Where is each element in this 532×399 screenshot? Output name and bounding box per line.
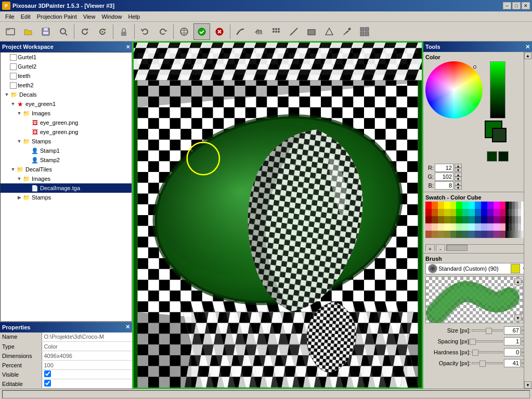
brush-hardness-input[interactable] [504, 348, 521, 356]
expand-stamps2[interactable]: ▶ [16, 195, 22, 200]
grid-button[interactable] [356, 23, 373, 40]
pattern-button[interactable] [268, 23, 284, 40]
rgb-g-down[interactable]: ▼ [455, 177, 462, 181]
menu-edit[interactable]: Edit [18, 12, 34, 21]
brush-opacity-slider[interactable] [472, 362, 503, 364]
tree-item-teeth2[interactable]: teeth2 [1, 81, 132, 90]
check-gurtel1[interactable] [10, 54, 17, 61]
expand-decaltiles[interactable]: ▼ [10, 167, 16, 172]
brush-spacing-thumb[interactable] [470, 339, 476, 345]
check-teeth2[interactable] [10, 82, 17, 89]
menu-file[interactable]: File [2, 12, 18, 21]
tree-item-images1[interactable]: ▼ 📁 Images [1, 109, 132, 118]
cc-red[interactable] [425, 202, 432, 209]
paint-refresh-button[interactable] [94, 23, 111, 40]
expand-images2[interactable]: ▼ [16, 176, 22, 181]
brush-spacing-slider[interactable] [472, 340, 503, 342]
swatch-scrollbar[interactable] [446, 244, 524, 251]
menu-help[interactable]: Help [125, 12, 144, 21]
color-cube[interactable]: + - [425, 202, 524, 251]
brush-size-thumb[interactable] [486, 328, 492, 334]
rgb-b-down[interactable]: ▼ [455, 185, 462, 190]
tree-item-decaltiles[interactable]: ▼ 📁 DecalTiles [1, 165, 132, 174]
check-teeth[interactable] [10, 73, 17, 79]
undo-button[interactable] [137, 23, 153, 40]
small-swatch-1[interactable] [487, 151, 497, 162]
brush-size-input[interactable] [504, 326, 521, 335]
color-wheel[interactable] [425, 61, 483, 118]
save-button[interactable] [37, 23, 54, 40]
prop-checkbox-visible[interactable] [44, 370, 51, 377]
rgb-g-input[interactable] [435, 172, 453, 181]
tree-item-gurtel1[interactable]: Gurtel1 [1, 52, 132, 62]
workspace-close-button[interactable]: ✕ [126, 44, 130, 50]
tree-item-decals[interactable]: ▼ 📁 Decals [1, 90, 132, 99]
rgb-r-down[interactable]: ▼ [455, 168, 462, 172]
cancel-button[interactable] [211, 23, 228, 40]
close-button[interactable]: ✕ [522, 2, 530, 9]
refresh-button[interactable] [76, 23, 93, 40]
rgb-b-input[interactable] [435, 181, 453, 190]
tree-item-gurtel2[interactable]: Gurtel2 [1, 62, 132, 71]
prop-checkbox-editable[interactable] [44, 380, 51, 387]
redo-button[interactable] [154, 23, 171, 40]
menu-projection-paint[interactable]: Projection Paint [34, 12, 80, 21]
tree-item-images2[interactable]: ▼ 📁 Images [1, 174, 132, 183]
maximize-button[interactable]: □ [512, 2, 521, 9]
expand-decals[interactable]: ▼ [4, 92, 10, 97]
rgb-b-up[interactable]: ▲ [455, 181, 462, 185]
open-button[interactable] [20, 23, 36, 40]
eyedrop-button[interactable] [339, 23, 355, 40]
rgb-g-up[interactable]: ▲ [455, 172, 462, 177]
tools-close-button[interactable]: ✕ [525, 44, 530, 50]
project-tree[interactable]: Gurtel1 Gurtel2 teeth teeth2 [0, 52, 132, 322]
expand-eye-green1[interactable]: ▼ [10, 101, 16, 107]
swatch-add-button[interactable]: + [425, 244, 435, 251]
scroll-up-button[interactable]: ▲ [524, 52, 531, 59]
scroll-down-button[interactable]: ▼ [524, 381, 531, 389]
viewer-area[interactable] [133, 42, 423, 389]
rgb-r-input[interactable] [435, 164, 453, 172]
hand-button[interactable] [250, 23, 267, 40]
brush-opacity-thumb[interactable] [479, 361, 486, 367]
expand-stamps1[interactable]: ▼ [16, 139, 22, 144]
brush-hardness-slider[interactable] [472, 351, 503, 353]
tree-item-stamp1[interactable]: 👤 Stamp1 [1, 146, 132, 155]
expand-images1[interactable]: ▼ [16, 111, 22, 116]
rgb-r-up[interactable]: ▲ [455, 164, 462, 168]
brush-hardness-thumb[interactable] [472, 350, 478, 356]
minimize-button[interactable]: – [503, 2, 511, 9]
prop-value-editable[interactable] [42, 379, 132, 389]
swatch-remove-button[interactable]: - [436, 244, 445, 251]
brush-size-slider[interactable] [472, 329, 503, 331]
brush-opacity-input[interactable] [504, 359, 521, 367]
line-button[interactable] [286, 23, 302, 40]
background-color-swatch[interactable] [492, 128, 507, 142]
brush-stroke-button[interactable] [232, 23, 249, 40]
check-gurtel2[interactable] [10, 63, 17, 70]
brush-spacing-input[interactable] [504, 337, 521, 345]
accept-button[interactable] [193, 23, 210, 40]
search-button[interactable] [55, 23, 72, 40]
project-button[interactable] [2, 23, 19, 40]
tree-item-img1[interactable]: 🖼 eye_green.png [1, 118, 132, 127]
swatch-scroll-thumb[interactable] [447, 245, 468, 251]
menu-window[interactable]: Window [98, 12, 125, 21]
color-brightness-bar[interactable] [490, 61, 505, 118]
brush-selector[interactable]: Standard (Custom) (90) ▼ [425, 263, 530, 274]
3d-view-button[interactable] [176, 23, 192, 40]
tree-item-stamps2[interactable]: ▶ 📁 Stamps [1, 193, 132, 202]
lock-button[interactable] [115, 23, 132, 40]
tree-item-stamps1[interactable]: ▼ 📁 Stamps [1, 137, 132, 146]
properties-close-button[interactable]: ✕ [125, 324, 130, 330]
shape-button[interactable] [321, 23, 338, 40]
rect-button[interactable] [303, 23, 320, 40]
tree-item-img2[interactable]: 🖼 eye_green.png [1, 127, 132, 137]
tree-item-eye-green1[interactable]: ▼ ★ eye_green1 [1, 99, 132, 109]
color-cube-area[interactable] [425, 202, 524, 243]
tools-scrollbar[interactable]: ▲ ▼ [524, 52, 532, 389]
prop-value-visible[interactable] [42, 370, 132, 379]
brush-color-swatch[interactable] [511, 264, 520, 273]
menu-view[interactable]: View [80, 12, 99, 21]
tree-item-teeth[interactable]: teeth [1, 71, 132, 81]
